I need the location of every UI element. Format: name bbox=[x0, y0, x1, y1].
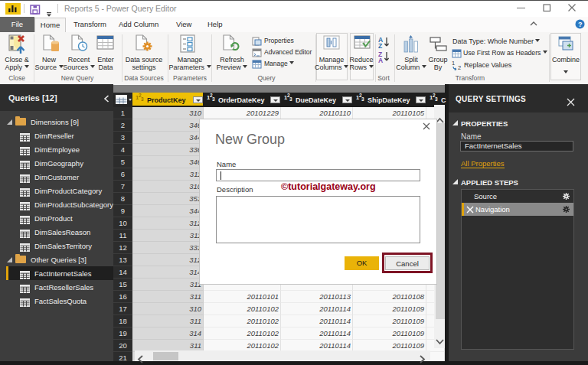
svg-text:Z: Z bbox=[378, 42, 382, 50]
svg-text:?: ? bbox=[578, 21, 583, 28]
svg-text:2: 2 bbox=[458, 64, 461, 70]
svg-text:1: 1 bbox=[452, 60, 455, 67]
svg-text:A: A bbox=[378, 57, 383, 64]
